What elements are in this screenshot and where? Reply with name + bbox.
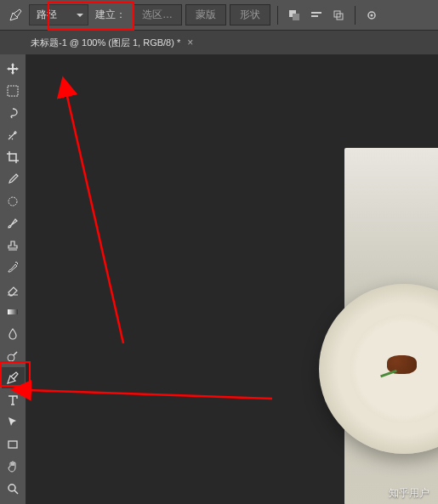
divider	[355, 6, 356, 25]
brush-tool[interactable]	[2, 212, 25, 234]
lasso-tool[interactable]	[2, 102, 25, 123]
svg-rect-2	[311, 12, 321, 14]
plate-shape	[319, 284, 438, 454]
annotation-box-dropdown	[48, 2, 134, 31]
blur-tool[interactable]	[2, 323, 25, 344]
svg-point-7	[371, 14, 373, 16]
eyedropper-tool[interactable]	[2, 168, 25, 190]
crop-tool[interactable]	[2, 146, 25, 167]
image-content	[344, 148, 438, 504]
svg-point-9	[9, 197, 17, 206]
tab-title: 未标题-1 @ 100% (图层 1, RGB/8) *	[31, 37, 180, 49]
svg-point-11	[8, 354, 14, 361]
make-mask-button[interactable]: 蒙版	[185, 4, 226, 25]
type-tool[interactable]	[2, 389, 25, 411]
move-tool[interactable]	[2, 58, 25, 79]
svg-rect-8	[8, 86, 18, 96]
make-shape-button[interactable]: 形状	[230, 4, 270, 25]
rectangle-tool[interactable]	[2, 433, 25, 455]
gear-icon[interactable]	[362, 6, 381, 25]
path-operations-icon[interactable]	[285, 6, 304, 25]
svg-rect-10	[8, 309, 18, 314]
stamp-tool[interactable]	[2, 235, 25, 256]
annotation-box-pentool	[0, 361, 31, 387]
make-selection-button[interactable]: 选区…	[133, 4, 182, 25]
document-tab[interactable]: 未标题-1 @ 100% (图层 1, RGB/8) * ×	[27, 37, 196, 49]
svg-rect-3	[311, 15, 318, 17]
svg-rect-12	[9, 441, 17, 448]
patch-tool[interactable]	[2, 190, 25, 212]
pen-tool-icon	[5, 5, 26, 25]
path-align-icon[interactable]	[307, 6, 326, 25]
eraser-tool[interactable]	[2, 279, 25, 300]
history-brush-tool[interactable]	[2, 257, 25, 278]
gradient-tool[interactable]	[2, 301, 25, 322]
tab-close-icon[interactable]: ×	[187, 37, 193, 48]
marquee-tool[interactable]	[2, 80, 25, 101]
tools-panel	[0, 54, 26, 504]
svg-rect-1	[293, 14, 299, 20]
wand-tool[interactable]	[2, 124, 25, 145]
hand-tool[interactable]	[2, 456, 25, 477]
document-tab-bar: 未标题-1 @ 100% (图层 1, RGB/8) * ×	[0, 31, 438, 54]
path-select-tool[interactable]	[2, 411, 25, 433]
main-area: 知乎用户	[0, 54, 438, 504]
watermark-text: 知乎用户	[389, 486, 429, 501]
path-arrange-icon[interactable]	[329, 6, 348, 25]
divider	[277, 6, 278, 25]
canvas-area[interactable]: 知乎用户	[26, 54, 438, 504]
svg-point-13	[9, 484, 15, 491]
zoom-tool[interactable]	[2, 478, 25, 499]
